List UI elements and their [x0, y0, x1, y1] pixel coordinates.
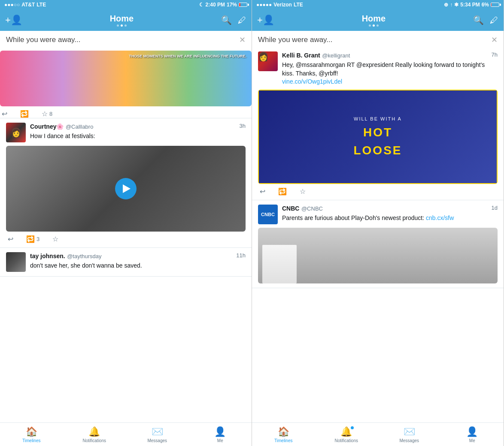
tab-notifications-2[interactable]: 🔔 Notifications — [315, 423, 378, 446]
kelli-name: Kelli B. Grant — [282, 52, 320, 59]
search-icon-2[interactable]: 🔍 — [473, 15, 484, 25]
battery-pct-2: 6% — [482, 2, 489, 8]
phone-panel-2: ●●●●● Verizon LTE ⊕ ↑ ✱ 5:34 PM 6% +👤 Ho… — [252, 0, 504, 446]
courtney-actions: ↩ 🔁 3 ☆ — [6, 235, 246, 243]
flowers-bg: THOSE MOMENTS WHEN WE ARE INFLUENCING TH… — [0, 51, 252, 106]
courtney-video-thumb[interactable] — [6, 146, 246, 232]
nav-bar-2: +👤 Home 🔍 🖊 — [252, 9, 504, 31]
away-close-1[interactable]: ✕ — [239, 35, 246, 45]
tab-messages-2[interactable]: ✉️ Messages — [378, 423, 441, 446]
cnbc-tweet-card: CNBC CNBC @CNBC 1d Parents are furious a… — [252, 200, 504, 288]
messages-label-1: Messages — [147, 438, 167, 443]
me-label-1: Me — [217, 438, 223, 443]
content-1: While you were away... ✕ THOSE MOMENTS W… — [0, 31, 252, 422]
tay-tweet-header: tay johnsen. @taythursday 11h don't save… — [6, 252, 246, 272]
moon-icon-1: ☾ — [199, 2, 204, 8]
hot-loose-bg: WILL BE WITH A HOT LOOSE — [258, 90, 498, 184]
flowers-image: THOSE MOMENTS WHEN WE ARE INFLUENCING TH… — [0, 51, 252, 106]
away-close-2[interactable]: ✕ — [491, 35, 498, 45]
reply-icon-courtney[interactable]: ↩ — [8, 235, 13, 243]
network-2: LTE — [294, 2, 303, 8]
courtney-handle: @Calllabro — [66, 124, 94, 130]
signal-dots-2: ●●●●● — [256, 2, 272, 8]
kelli-avatar[interactable]: 👩 — [258, 51, 278, 71]
nav-actions-2: 🔍 🖊 — [473, 15, 498, 25]
search-icon-1[interactable]: 🔍 — [221, 15, 232, 25]
tab-timelines-2[interactable]: 🏠 Timelines — [252, 423, 315, 446]
nav-left-2[interactable]: +👤 — [257, 15, 274, 26]
flowers-overlay-text: THOSE MOMENTS WHEN WE ARE INFLUENCING TH… — [3, 54, 248, 58]
tab-bar-1: 🏠 Timelines 🔔 Notifications ✉️ Messages … — [0, 422, 252, 446]
time-2: 5:34 PM — [460, 2, 480, 8]
tab-timelines-1[interactable]: 🏠 Timelines — [0, 423, 63, 446]
compose-icon-1[interactable]: 🖊 — [238, 15, 246, 25]
tay-tweet-body: tay johnsen. @taythursday 11h don't save… — [30, 252, 246, 270]
away-banner-2: While you were away... ✕ — [252, 31, 504, 47]
away-text-1: While you were away... — [6, 36, 81, 44]
messages-label-2: Messages — [399, 438, 419, 443]
me-icon-2: 👤 — [466, 426, 478, 437]
retweet-icon-courtney[interactable]: 🔁 3 — [26, 235, 39, 243]
cnbc-link[interactable]: cnb.cx/sfw — [426, 214, 454, 221]
notifications-icon-2: 🔔 — [340, 426, 352, 437]
status-left-2: ●●●●● Verizon LTE — [256, 2, 303, 8]
cnbc-text: Parents are furious about Play-Doh's new… — [282, 214, 498, 223]
courtney-text: How I dance at festivals: — [30, 132, 246, 141]
add-user-icon-1[interactable]: +👤 — [5, 15, 22, 26]
tay-avatar-img — [6, 252, 26, 272]
kelli-tweet-header: 👩 Kelli B. Grant @kelligrant 7h Hey, @ms… — [258, 51, 498, 86]
tay-handle: @taythursday — [67, 253, 101, 259]
content-2: While you were away... ✕ 👩 Kelli B. Gran… — [252, 31, 504, 422]
retweet-icon-flowers[interactable]: 🔁 — [20, 110, 29, 118]
tab-messages-1[interactable]: ✉️ Messages — [126, 423, 189, 446]
kelli-tweet-card: 👩 Kelli B. Grant @kelligrant 7h Hey, @ms… — [252, 47, 504, 200]
kelli-actions: ↩ 🔁 ☆ — [258, 187, 498, 196]
nav-dot-6 — [376, 24, 379, 27]
nav-left-1[interactable]: +👤 — [5, 15, 22, 26]
cnbc-meta: CNBC @CNBC 1d — [282, 205, 498, 212]
timelines-label-1: Timelines — [22, 438, 40, 443]
tab-notifications-1[interactable]: 🔔 Notifications — [63, 423, 126, 446]
courtney-time: 3h — [240, 123, 246, 130]
status-left-1: ●●●○○ AT&T LTE — [4, 2, 46, 8]
phone-panel-1: ●●●○○ AT&T LTE ☾ 2:40 PM 17% +👤 Home — [0, 0, 252, 446]
kelli-link[interactable]: vine.co/v/Owg1pivLdel — [282, 78, 342, 85]
courtney-video-bg — [6, 146, 246, 232]
status-right-2: ⊕ ↑ ✱ 5:34 PM 6% — [444, 2, 499, 8]
nav-actions-1: 🔍 🖊 — [221, 15, 246, 25]
carrier-2: Verizon — [273, 2, 292, 8]
reply-icon-kelli[interactable]: ↩ — [260, 187, 265, 196]
courtney-avatar[interactable]: 👩 — [6, 123, 26, 142]
messages-icon-2: ✉️ — [404, 426, 415, 437]
kelli-tweet-body: Kelli B. Grant @kelligrant 7h Hey, @mssa… — [282, 51, 498, 86]
notifications-icon-1: 🔔 — [88, 426, 100, 437]
cnbc-photo-shape — [262, 245, 297, 283]
like-icon-flowers[interactable]: ☆ 8 — [42, 110, 52, 118]
like-icon-courtney[interactable]: ☆ — [52, 235, 58, 243]
cnbc-time: 1d — [492, 205, 498, 212]
battery-icon-1 — [239, 3, 247, 7]
tab-me-2[interactable]: 👤 Me — [441, 423, 504, 446]
tay-text: don't save her, she don't wanna be saved… — [30, 262, 246, 270]
add-user-icon-2[interactable]: +👤 — [257, 15, 274, 26]
compose-icon-2[interactable]: 🖊 — [490, 15, 498, 25]
tay-name: tay johnsen. — [30, 253, 65, 259]
away-banner-1: While you were away... ✕ — [0, 31, 252, 47]
retweet-icon-kelli[interactable]: 🔁 — [278, 187, 287, 196]
tab-me-1[interactable]: 👤 Me — [189, 423, 252, 446]
status-bar-1: ●●●○○ AT&T LTE ☾ 2:40 PM 17% — [0, 0, 252, 9]
notifications-badge-2: 🔔 — [340, 426, 352, 437]
notifications-label-1: Notifications — [83, 438, 106, 443]
nav-dot-4 — [369, 24, 371, 27]
like-icon-kelli[interactable]: ☆ — [300, 187, 306, 196]
tay-avatar[interactable] — [6, 252, 26, 272]
timelines-icon-1: 🏠 — [26, 426, 37, 437]
time-1: 2:40 PM — [206, 2, 225, 8]
courtney-tweet-body: Courtney🌸 @Calllabro 3h How I dance at f… — [30, 123, 246, 141]
play-button[interactable] — [115, 178, 137, 199]
nav-title-2: Home — [362, 14, 386, 27]
cnbc-avatar[interactable]: CNBC — [258, 205, 278, 224]
bluetooth-icon-2: ✱ — [454, 2, 458, 8]
badge-dot-2 — [351, 426, 354, 429]
reply-icon-flowers[interactable]: ↩ — [2, 110, 7, 118]
